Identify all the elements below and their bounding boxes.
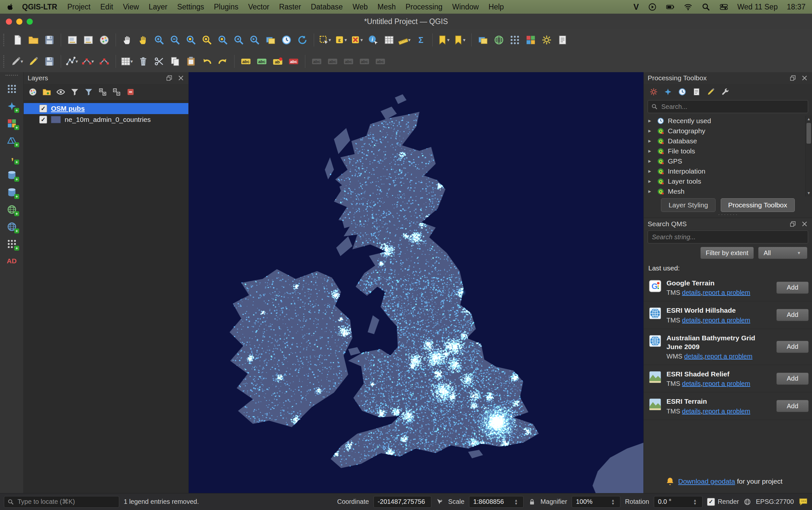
qgis-models-icon[interactable] bbox=[662, 86, 674, 97]
zoom-last-button[interactable] bbox=[231, 32, 246, 48]
processing-group-interpolation[interactable]: ▸Interpolation bbox=[644, 166, 812, 176]
menu-item-settings[interactable]: Settings bbox=[172, 3, 209, 11]
layers-close-icon[interactable] bbox=[177, 75, 184, 82]
toolbar-grip[interactable] bbox=[3, 55, 6, 67]
results-viewer-icon[interactable] bbox=[691, 86, 702, 97]
statistical-summary-button[interactable] bbox=[414, 32, 428, 48]
rotation-input[interactable] bbox=[657, 498, 692, 506]
toggle-editing-button[interactable] bbox=[26, 54, 41, 69]
change-label-button[interactable] bbox=[341, 54, 356, 69]
filter-legend-icon[interactable] bbox=[68, 85, 81, 98]
report-problem-link[interactable]: report a problem bbox=[702, 289, 750, 296]
crs-status[interactable]: EPSG:27700 bbox=[756, 498, 794, 506]
chevron-down-icon[interactable]: ▾ bbox=[92, 58, 96, 64]
menu-time[interactable]: 18:37 bbox=[787, 3, 806, 11]
cut-features-button[interactable] bbox=[152, 54, 167, 69]
zoom-in-button[interactable] bbox=[152, 32, 167, 48]
add-wms-layer-button[interactable]: + bbox=[3, 202, 20, 217]
expand-arrow-icon[interactable]: ▸ bbox=[648, 188, 654, 195]
messages-icon[interactable] bbox=[799, 497, 808, 507]
add-spatialite-layer-button[interactable]: + bbox=[3, 185, 20, 199]
processing-tree-scrollbar[interactable]: ▲ ▼ bbox=[805, 116, 812, 196]
add-xyz-layer-button[interactable]: + bbox=[3, 237, 20, 251]
select-by-expression-button[interactable]: ▾ bbox=[334, 32, 349, 48]
open-attribute-table-button[interactable] bbox=[382, 32, 397, 48]
add-service-button[interactable]: Add bbox=[776, 282, 809, 294]
new-map-view-button[interactable] bbox=[263, 32, 278, 48]
paste-features-button[interactable] bbox=[183, 54, 199, 69]
label-properties-button[interactable] bbox=[373, 54, 388, 69]
add-delimited-text-layer-button[interactable]: + bbox=[3, 150, 20, 165]
data-source-manager-button[interactable] bbox=[3, 82, 20, 96]
new-print-layout-button[interactable] bbox=[65, 32, 80, 48]
python-console-button[interactable] bbox=[555, 32, 570, 48]
processing-float-icon[interactable] bbox=[789, 75, 796, 82]
processing-group-file-tools[interactable]: ▸File tools bbox=[644, 146, 812, 156]
processing-group-cartography[interactable]: ▸Cartography bbox=[644, 126, 812, 136]
coordinate-display-toggle-icon[interactable] bbox=[436, 498, 444, 506]
close-window-button[interactable] bbox=[6, 19, 12, 25]
save-layer-edits-button[interactable] bbox=[42, 54, 57, 69]
details-link[interactable]: details bbox=[684, 353, 703, 360]
chevron-down-icon[interactable]: ▾ bbox=[361, 37, 365, 43]
zoom-next-button[interactable] bbox=[247, 32, 262, 48]
move-label-button[interactable] bbox=[309, 54, 324, 69]
crs-globe-icon[interactable] bbox=[744, 498, 751, 506]
details-link[interactable]: details bbox=[682, 407, 701, 415]
menu-item-help[interactable]: Help bbox=[484, 3, 509, 11]
chevron-down-icon[interactable]: ▾ bbox=[344, 37, 349, 43]
processing-search-input[interactable] bbox=[661, 103, 805, 111]
toolbar-grip[interactable] bbox=[3, 34, 6, 46]
chevron-down-icon[interactable]: ▾ bbox=[21, 58, 25, 64]
filter-by-extent-button[interactable]: Filter by extent bbox=[700, 247, 754, 259]
manage-map-themes-icon[interactable] bbox=[54, 85, 67, 98]
expand-arrow-icon[interactable]: ▸ bbox=[648, 178, 654, 185]
expand-arrow-icon[interactable]: ▸ bbox=[648, 128, 654, 134]
highlight-pinned-labels-button[interactable] bbox=[286, 54, 301, 69]
expand-arrow-icon[interactable]: ▸ bbox=[648, 168, 654, 174]
service-type-select[interactable]: All ▾ bbox=[758, 247, 808, 259]
expand-arrow-icon[interactable]: ▸ bbox=[648, 138, 654, 144]
options-icon[interactable] bbox=[719, 86, 731, 97]
qms-float-icon[interactable] bbox=[789, 220, 796, 228]
report-problem-link[interactable]: report a problem bbox=[702, 317, 750, 324]
report-problem-link[interactable]: report a problem bbox=[702, 380, 750, 387]
select-features-button[interactable]: ▾ bbox=[318, 32, 333, 48]
identify-features-button[interactable] bbox=[366, 32, 381, 48]
scale-input[interactable] bbox=[473, 498, 513, 506]
add-arcgis-layer-button[interactable]: AD bbox=[3, 254, 20, 268]
menu-item-database[interactable]: Database bbox=[306, 3, 348, 11]
vertex-tool-button[interactable] bbox=[97, 54, 112, 69]
undo-button[interactable] bbox=[200, 54, 214, 69]
curved-label-button[interactable] bbox=[357, 54, 372, 69]
pan-map-button[interactable] bbox=[120, 32, 135, 48]
zoom-to-selection-button[interactable] bbox=[200, 32, 214, 48]
add-mesh-layer-button[interactable]: + bbox=[3, 133, 20, 148]
qms-search-input[interactable] bbox=[651, 233, 805, 241]
chevron-down-icon[interactable]: ▾ bbox=[408, 37, 413, 43]
vertex-tool-all-layers-button[interactable]: ▾ bbox=[81, 54, 96, 69]
add-service-button[interactable]: Add bbox=[776, 372, 809, 385]
rotation-spinner[interactable]: ▲▼ bbox=[692, 499, 698, 505]
menu-item-edit[interactable]: Edit bbox=[95, 3, 118, 11]
details-link[interactable]: details bbox=[682, 380, 701, 387]
menu-app-name[interactable]: QGIS-LTR bbox=[17, 3, 62, 11]
show-bookmarks-button[interactable]: ▾ bbox=[452, 32, 468, 48]
download-geodata-link[interactable]: Download geodata bbox=[678, 478, 735, 485]
details-link[interactable]: details bbox=[682, 317, 701, 324]
chevron-down-icon[interactable]: ▾ bbox=[76, 58, 80, 64]
layer-item[interactable]: ✓OSM pubs bbox=[24, 103, 188, 114]
menu-item-view[interactable]: View bbox=[118, 3, 144, 11]
menu-item-processing[interactable]: Processing bbox=[401, 3, 448, 11]
redo-button[interactable] bbox=[215, 54, 230, 69]
processing-close-icon[interactable] bbox=[801, 75, 808, 82]
menu-item-raster[interactable]: Raster bbox=[274, 3, 306, 11]
magnifier-spinner[interactable]: ▲▼ bbox=[610, 499, 616, 505]
new-virtual-layer-button[interactable] bbox=[476, 32, 490, 48]
wifi-icon[interactable] bbox=[684, 3, 692, 11]
menu-item-web[interactable]: Web bbox=[348, 3, 372, 11]
expand-arrow-icon[interactable]: ▸ bbox=[648, 158, 654, 165]
remove-layer-icon[interactable] bbox=[124, 85, 137, 98]
layer-item[interactable]: ✓ne_10m_admin_0_countries bbox=[24, 114, 188, 125]
panel-splitter-handle[interactable] bbox=[644, 214, 812, 218]
